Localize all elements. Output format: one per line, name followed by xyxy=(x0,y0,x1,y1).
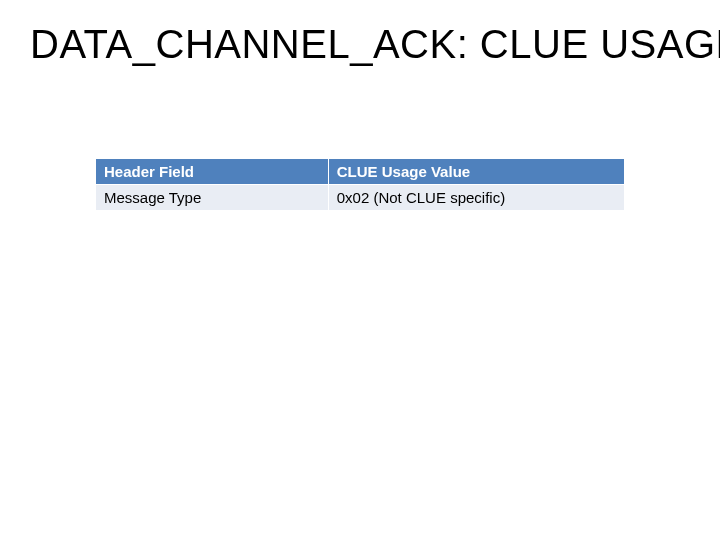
table-cell-field: Message Type xyxy=(96,185,329,211)
page-title: DATA_CHANNEL_ACK: CLUE USAGE xyxy=(30,22,700,67)
table-cell-value: 0x02 (Not CLUE specific) xyxy=(328,185,624,211)
table-header-value: CLUE Usage Value xyxy=(328,159,624,185)
table-header-row: Header Field CLUE Usage Value xyxy=(96,159,625,185)
table: Header Field CLUE Usage Value Message Ty… xyxy=(95,158,625,211)
table-header-field: Header Field xyxy=(96,159,329,185)
table-row: Message Type 0x02 (Not CLUE specific) xyxy=(96,185,625,211)
usage-table: Header Field CLUE Usage Value Message Ty… xyxy=(95,158,625,211)
slide: DATA_CHANNEL_ACK: CLUE USAGE Header Fiel… xyxy=(0,0,720,540)
